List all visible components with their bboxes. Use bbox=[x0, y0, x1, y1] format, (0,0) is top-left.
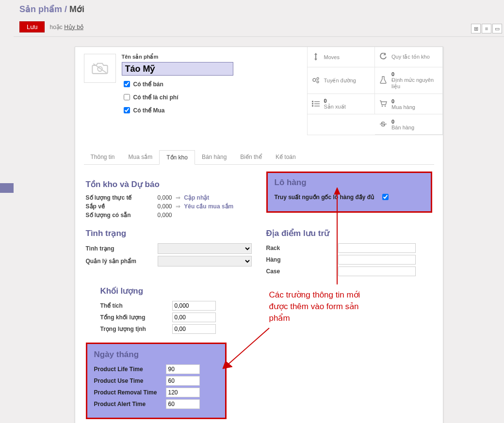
update-qty-link[interactable]: Cập nhật bbox=[184, 194, 209, 201]
lot-section-highlight: Lô hàng Truy suất nguồn gốc lô hàng đầy … bbox=[266, 172, 432, 213]
tab-variants[interactable]: Biến thể bbox=[233, 150, 269, 165]
svg-point-0 bbox=[313, 78, 316, 81]
stat-bom[interactable]: 0Định mức nguyên liệu bbox=[375, 67, 443, 94]
can-buy-label: Có thể Mua bbox=[133, 107, 165, 114]
stat-purchases[interactable]: 0Mua hàng bbox=[375, 94, 443, 114]
arrows-v-icon bbox=[311, 53, 320, 62]
flask-icon bbox=[379, 76, 388, 85]
gross-weight-label: Tổng khối lượng bbox=[100, 314, 168, 321]
rack-label: Rack bbox=[266, 245, 334, 251]
stat-sales[interactable]: S 0Bán hàng bbox=[375, 114, 443, 135]
save-button[interactable]: Lưu bbox=[19, 21, 45, 32]
svg-point-2 bbox=[317, 81, 319, 83]
incoming-label: Sắp về bbox=[86, 203, 154, 210]
volume-label: Thể tích bbox=[100, 302, 168, 309]
available-label: Số lượng có sẵn bbox=[86, 212, 154, 219]
product-name-label: Tên sản phẩm bbox=[122, 54, 233, 60]
svg-rect-7 bbox=[312, 105, 313, 107]
life-time-input[interactable] bbox=[166, 364, 200, 374]
removal-time-label: Product Removal Time bbox=[94, 389, 162, 396]
case-label: Case bbox=[266, 268, 334, 275]
rack-input[interactable] bbox=[338, 243, 416, 253]
status-label: Tình trạng bbox=[86, 245, 154, 252]
alert-time-input[interactable] bbox=[166, 399, 200, 409]
view-switcher: ⊞ ≡ ▭ bbox=[471, 24, 502, 33]
breadcrumb-current: Mới bbox=[69, 4, 84, 14]
stat-moves[interactable]: Moves bbox=[308, 47, 375, 67]
status-select[interactable] bbox=[158, 243, 252, 254]
qty-onhand-value: 0,000 bbox=[158, 194, 172, 201]
incoming-value: 0,000 bbox=[158, 203, 172, 210]
net-weight-label: Trọng lượng tịnh bbox=[100, 326, 168, 332]
list-icon bbox=[311, 101, 320, 108]
svg-point-10 bbox=[385, 105, 386, 107]
volume-input[interactable] bbox=[172, 301, 216, 311]
use-time-label: Product Use Time bbox=[94, 377, 162, 384]
tab-info[interactable]: Thông tin bbox=[84, 150, 122, 165]
can-sell-label: Có thể bán bbox=[133, 81, 163, 88]
kanban-view-button[interactable]: ⊞ bbox=[471, 24, 481, 33]
qty-onhand-label: Số lượng thực tế bbox=[86, 194, 154, 201]
dates-section-highlight: Ngày tháng Product Life Time Product Use… bbox=[86, 343, 227, 419]
form-sheet: Moves Quy tắc tồn kho Tuyến đường bbox=[75, 47, 443, 423]
svg-rect-3 bbox=[312, 101, 313, 102]
product-image[interactable] bbox=[84, 54, 116, 83]
section-inventory-forecast: Tồn kho và Dự báo bbox=[86, 179, 252, 189]
row-label: Hàng bbox=[266, 256, 334, 263]
stat-reorder-rules[interactable]: Quy tắc tồn kho bbox=[375, 47, 443, 67]
stat-buttons: Moves Quy tắc tồn kho Tuyến đường bbox=[307, 47, 443, 135]
svg-point-1 bbox=[317, 78, 319, 79]
can-expense-label: Có thể là chi phí bbox=[133, 94, 179, 101]
svg-rect-6 bbox=[314, 103, 320, 104]
case-input[interactable] bbox=[338, 266, 416, 276]
svg-rect-8 bbox=[314, 106, 320, 107]
net-weight-input[interactable] bbox=[172, 324, 216, 334]
control-bar: Sản phẩm / Mới Lưu hoặc Hủy bỏ ⊞ ≡ ▭ bbox=[14, 0, 504, 37]
can-buy-checkbox[interactable] bbox=[124, 107, 130, 113]
left-rail-tab[interactable] bbox=[0, 183, 14, 193]
stat-routes[interactable]: Tuyến đường bbox=[308, 67, 375, 94]
available-value: 0,000 bbox=[158, 212, 252, 219]
stat-manufacturing[interactable]: 0Sản xuất bbox=[308, 94, 375, 114]
left-rail bbox=[0, 0, 14, 423]
product-name-input[interactable] bbox=[122, 62, 233, 76]
tab-inventory[interactable]: Tồn kho bbox=[159, 150, 195, 165]
product-manager-select[interactable] bbox=[158, 256, 252, 266]
refresh-icon bbox=[379, 53, 388, 62]
use-time-input[interactable] bbox=[166, 376, 200, 386]
tab-procurement[interactable]: Mua sắm bbox=[122, 150, 160, 165]
discard-link[interactable]: Hủy bỏ bbox=[64, 24, 83, 31]
life-time-label: Product Life Time bbox=[94, 366, 162, 373]
form-view-button[interactable]: ▭ bbox=[492, 24, 502, 33]
tabs: Thông tin Mua sắm Tồn kho Bán hàng Biến … bbox=[84, 150, 434, 165]
section-storage: Địa điểm lưu trữ bbox=[266, 228, 432, 238]
list-view-button[interactable]: ≡ bbox=[482, 24, 491, 33]
section-lot: Lô hàng bbox=[275, 178, 424, 188]
section-weight: Khối lượng bbox=[100, 286, 432, 296]
svg-rect-5 bbox=[312, 103, 313, 104]
full-trace-label: Truy suất nguồn gốc lô hàng đầy đủ bbox=[275, 194, 375, 201]
svg-rect-4 bbox=[314, 101, 320, 102]
breadcrumb-root[interactable]: Sản phẩm bbox=[19, 4, 62, 14]
row-input[interactable] bbox=[338, 255, 416, 265]
svg-point-9 bbox=[382, 105, 383, 107]
can-sell-checkbox[interactable] bbox=[124, 81, 130, 87]
alert-time-label: Product Alert Time bbox=[94, 401, 162, 407]
gross-weight-input[interactable] bbox=[172, 313, 216, 322]
section-dates: Ngày tháng bbox=[94, 350, 218, 360]
tab-sales[interactable]: Bán hàng bbox=[195, 150, 233, 165]
cogs-icon bbox=[311, 77, 320, 84]
section-status: Tình trạng bbox=[86, 228, 252, 238]
removal-time-input[interactable] bbox=[166, 388, 200, 397]
full-trace-checkbox[interactable] bbox=[382, 194, 389, 200]
tab-accounting[interactable]: Kế toán bbox=[269, 150, 303, 165]
strikethrough-icon: S bbox=[379, 121, 388, 128]
breadcrumb: Sản phẩm / Mới bbox=[19, 4, 498, 15]
can-expense-checkbox[interactable] bbox=[124, 94, 130, 100]
product-manager-label: Quản lý sản phẩm bbox=[86, 258, 154, 265]
camera-icon bbox=[92, 62, 108, 75]
request-procurement-link[interactable]: Yêu cầu mua sắm bbox=[184, 203, 233, 210]
cart-icon bbox=[379, 100, 388, 108]
